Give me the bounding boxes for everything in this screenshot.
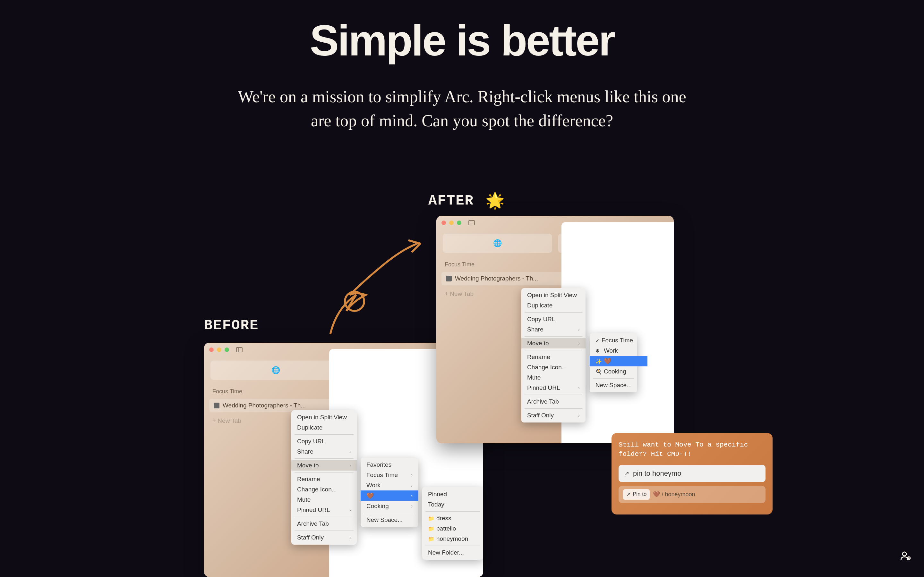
tip-search-bar[interactable]: ↗ pin to honeymo bbox=[619, 465, 766, 482]
menu-item[interactable]: Mute bbox=[291, 495, 357, 505]
tip-search-text: pin to honeymo bbox=[633, 469, 681, 478]
menu-divider bbox=[425, 511, 480, 512]
menu-item[interactable]: New Space... bbox=[360, 515, 418, 525]
menu-item[interactable]: Work› bbox=[360, 480, 418, 490]
menu-item-label: Archive Tab bbox=[297, 520, 329, 527]
menu-item-label: Favorites bbox=[367, 461, 391, 468]
tip-result-row[interactable]: ↗ Pin to 🤎 / honeymoon bbox=[619, 486, 766, 503]
menu-item[interactable]: New Folder... bbox=[422, 548, 483, 558]
maximize-icon[interactable] bbox=[225, 348, 229, 352]
menu-item[interactable]: Share› bbox=[291, 446, 357, 457]
menu-divider bbox=[294, 530, 354, 531]
menu-item[interactable]: Focus Time› bbox=[360, 470, 418, 480]
globe-icon: 🌐 bbox=[271, 366, 280, 374]
chevron-right-icon: › bbox=[411, 472, 413, 478]
menu-item[interactable]: Change Icon... bbox=[521, 362, 586, 372]
favicon-icon bbox=[214, 403, 220, 408]
chevron-right-icon: › bbox=[578, 385, 580, 390]
chevron-right-icon: › bbox=[411, 504, 413, 509]
tip-text: Still want to Move To a specific folder?… bbox=[619, 440, 766, 459]
hero-subtitle: We're on a mission to simplify Arc. Righ… bbox=[0, 85, 924, 133]
menu-item[interactable]: 📁honeymoon bbox=[422, 534, 483, 544]
menu-item[interactable]: Pinned URL› bbox=[291, 505, 357, 515]
menu-item-icon: 🍳 bbox=[596, 369, 601, 375]
globe-icon: 🌐 bbox=[493, 239, 502, 247]
menu-item[interactable]: Copy URL bbox=[521, 314, 586, 324]
menu-item[interactable]: Open in Split View bbox=[291, 412, 357, 422]
favorite-tile[interactable]: 🌐 bbox=[210, 361, 341, 380]
menu-item[interactable]: New Space... bbox=[590, 380, 648, 390]
menu-item[interactable]: 📁battello bbox=[422, 524, 483, 534]
menu-item-icon: 📁 bbox=[428, 516, 434, 522]
sidebar-toggle-icon[interactable] bbox=[236, 347, 242, 352]
menu-item-label: 🤎 bbox=[604, 358, 612, 364]
menu-item[interactable]: ❄Work bbox=[590, 346, 648, 356]
arrow-icon bbox=[318, 231, 433, 340]
menu-item[interactable]: Archive Tab bbox=[291, 519, 357, 529]
close-icon[interactable] bbox=[441, 221, 446, 225]
menu-item-label: Duplicate bbox=[527, 302, 552, 309]
chevron-right-icon: › bbox=[578, 413, 580, 418]
menu-item[interactable]: 📁dress bbox=[422, 513, 483, 524]
menu-item-label: 🤎 bbox=[367, 492, 374, 499]
menu-item[interactable]: 🤎› bbox=[360, 490, 418, 501]
check-icon: ✓ bbox=[596, 338, 599, 343]
close-icon[interactable] bbox=[209, 348, 214, 352]
menu-item-icon: ❄ bbox=[596, 348, 601, 354]
maximize-icon[interactable] bbox=[457, 221, 461, 225]
star-icon: 🌟 bbox=[485, 193, 505, 210]
chevron-right-icon: › bbox=[349, 535, 351, 540]
menu-item-label: Archive Tab bbox=[527, 398, 559, 405]
menu-item[interactable]: Share› bbox=[521, 324, 586, 335]
menu-item-label: Cooking bbox=[367, 503, 389, 509]
menu-item[interactable]: Move to› bbox=[291, 460, 357, 471]
menu-item[interactable]: Pinned bbox=[422, 489, 483, 500]
menu-item[interactable]: ✨🤎 bbox=[590, 356, 648, 366]
menu-item-label: Change Icon... bbox=[527, 364, 567, 371]
menu-item[interactable]: Duplicate bbox=[291, 422, 357, 433]
menu-item[interactable]: Favorites bbox=[360, 460, 418, 470]
menu-item-label: Move to bbox=[297, 462, 319, 469]
sidebar-toggle-icon[interactable] bbox=[468, 220, 475, 226]
menu-divider bbox=[294, 517, 354, 517]
menu-divider bbox=[294, 434, 354, 435]
menu-item[interactable]: Rename bbox=[291, 474, 357, 484]
minimize-icon[interactable] bbox=[217, 348, 221, 352]
tab-title: Wedding Photographers - Th... bbox=[455, 275, 538, 282]
menu-item[interactable]: Archive Tab bbox=[521, 396, 586, 407]
menu-item[interactable]: Staff Only› bbox=[291, 532, 357, 543]
menu-item[interactable]: Staff Only› bbox=[521, 410, 586, 421]
menu-item-label: Share bbox=[297, 448, 313, 455]
arrow-outward-icon: ↗ bbox=[626, 491, 631, 498]
menu-item[interactable]: Mute bbox=[521, 372, 586, 383]
menu-divider bbox=[425, 546, 480, 546]
menu-item[interactable]: Duplicate bbox=[521, 300, 586, 311]
menu-item-label: Copy URL bbox=[527, 316, 556, 322]
minimize-icon[interactable] bbox=[449, 221, 454, 225]
menu-item[interactable]: Pinned URL› bbox=[521, 383, 586, 393]
menu-item-label: Cooking bbox=[604, 368, 626, 375]
menu-item[interactable]: Change Icon... bbox=[291, 484, 357, 495]
menu-item[interactable]: Cooking› bbox=[360, 501, 418, 511]
menu-divider bbox=[525, 408, 582, 409]
menu-item[interactable]: Open in Split View bbox=[521, 290, 586, 300]
favorite-tile[interactable]: 🌐 bbox=[443, 234, 552, 253]
menu-item-label: Rename bbox=[297, 476, 320, 482]
before-label: BEFORE bbox=[204, 318, 258, 334]
menu-item[interactable]: Move to› bbox=[521, 338, 586, 348]
menu-item-label: Focus Time bbox=[367, 472, 398, 478]
chevron-right-icon: › bbox=[349, 463, 351, 468]
context-menu-after-level2: ✓Focus Time❄Work✨🤎🍳CookingNew Space... bbox=[590, 334, 637, 392]
menu-item[interactable]: Rename bbox=[521, 352, 586, 362]
menu-item-icon: 📁 bbox=[428, 526, 434, 532]
menu-item-label: New Space... bbox=[367, 516, 403, 523]
add-user-icon[interactable] bbox=[900, 550, 911, 564]
menu-item[interactable]: ✓Focus Time bbox=[590, 335, 648, 346]
menu-item[interactable]: 🍳Cooking bbox=[590, 366, 648, 377]
chevron-right-icon: › bbox=[578, 327, 580, 332]
menu-item[interactable]: Today bbox=[422, 500, 483, 510]
menu-item-label: Rename bbox=[527, 354, 550, 360]
menu-item[interactable]: Copy URL bbox=[291, 436, 357, 446]
menu-item-label: honeymoon bbox=[436, 535, 468, 542]
menu-divider bbox=[294, 458, 354, 459]
